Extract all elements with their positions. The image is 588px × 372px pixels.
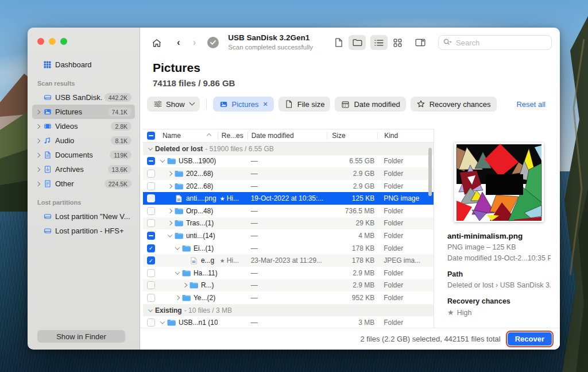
- table-row[interactable]: Ha...11)—2.9 MBFolder: [143, 267, 434, 279]
- checkbox-minus[interactable]: [147, 232, 155, 240]
- search-input[interactable]: [455, 38, 547, 48]
- chevron-right-icon[interactable]: [36, 139, 42, 143]
- sidebar-item-dashboard[interactable]: Dashboard: [32, 57, 135, 72]
- checkbox-none[interactable]: [147, 319, 155, 327]
- checkbox-none[interactable]: [147, 294, 155, 302]
- chevron-down-icon[interactable]: [159, 159, 167, 163]
- table-row[interactable]: 202...68)—2.9 GBFolder: [143, 167, 434, 180]
- sliders-icon: [153, 101, 163, 108]
- chevron-right-icon[interactable]: [36, 125, 42, 128]
- file-name: 202...68): [186, 182, 213, 190]
- sidebar-item-pictures[interactable]: Pictures74.1K: [32, 105, 135, 119]
- chevron-right-icon[interactable]: [36, 110, 42, 114]
- close-window-button[interactable]: [37, 38, 44, 45]
- group-row[interactable]: Deleted or lost- 51900 files / 6.55 GB: [143, 143, 434, 155]
- show-in-finder-button[interactable]: Show in Finder: [37, 330, 125, 343]
- chevron-right-icon[interactable]: [36, 168, 42, 171]
- column-date-modified[interactable]: Date modified: [252, 132, 294, 140]
- date-modified-cell: —: [247, 316, 327, 329]
- count-badge: 442.2K: [105, 93, 131, 102]
- sidebar-item-documents[interactable]: Documents119K: [32, 148, 135, 162]
- recovery-text: Hi...: [227, 194, 239, 202]
- recovery-cell: ★Hi...: [218, 192, 247, 205]
- column-size[interactable]: Size: [331, 132, 345, 140]
- kind-cell: Folder: [377, 229, 434, 242]
- chevron-down-icon[interactable]: [174, 271, 181, 275]
- sidebar-item-audio[interactable]: Audio8.1K: [32, 133, 135, 148]
- filter-bar: Show Pictures✕File sizeDate modifiedReco…: [147, 97, 560, 112]
- table-row[interactable]: ✓e...g★Hi...23-Mar-2023 at 11:29...178 K…: [143, 254, 434, 267]
- document-view-icon[interactable]: [330, 35, 347, 50]
- sidebar-item-lost-partition-new-v[interactable]: Lost partition "New V...: [32, 209, 135, 224]
- column-recovery[interactable]: Re...es: [222, 132, 243, 140]
- chevron-right-icon[interactable]: [181, 283, 189, 287]
- table-row[interactable]: USB...n1 (10)—3 MBFolder: [143, 316, 434, 329]
- table-row[interactable]: anti....png★Hi...19-Oct-2022 at 10:35:..…: [143, 192, 434, 205]
- chevron-down-icon[interactable]: [167, 234, 174, 237]
- panel-toggle-icon[interactable]: [412, 35, 429, 50]
- filter-chip-date-modified[interactable]: Date modified: [335, 97, 405, 112]
- name-cell: USB...1900): [159, 155, 218, 168]
- list-view-icon[interactable]: [370, 35, 388, 50]
- vertical-scrollbar[interactable]: [428, 148, 432, 196]
- folder-icon: [181, 245, 191, 252]
- chevron-right-icon[interactable]: [36, 154, 42, 157]
- checkbox-none[interactable]: [147, 219, 155, 227]
- chevron-right-icon[interactable]: [174, 296, 181, 300]
- table-row[interactable]: Ye...(2)—952 KBFolder: [143, 292, 434, 304]
- chevron-right-icon[interactable]: [167, 221, 174, 225]
- chevron-right-icon[interactable]: [36, 182, 42, 186]
- divider: [206, 98, 207, 110]
- checkbox-checked[interactable]: ✓: [147, 256, 155, 264]
- folder-view-icon[interactable]: [349, 35, 366, 50]
- sidebar-item-other[interactable]: Other224.5K: [32, 177, 135, 191]
- group-row[interactable]: Existing- 10 files / 3 MB: [143, 304, 434, 317]
- zoom-window-button[interactable]: [60, 38, 67, 45]
- home-icon[interactable]: [152, 38, 162, 48]
- table-row[interactable]: Orp...48)—736.5 MBFolder: [143, 205, 434, 217]
- column-kind[interactable]: Kind: [381, 132, 398, 140]
- chip-container: Pictures✕File sizeDate modifiedRecovery …: [213, 97, 497, 112]
- sidebar-item-archives[interactable]: Archives13.6K: [32, 162, 135, 177]
- minimize-window-button[interactable]: [49, 38, 56, 45]
- back-icon[interactable]: ‹: [177, 37, 180, 48]
- table-row[interactable]: ✓Ei...(1)—178 KBFolder: [143, 242, 434, 255]
- reset-all-link[interactable]: Reset all: [516, 100, 546, 109]
- checkbox-none[interactable]: [147, 170, 155, 178]
- table-row[interactable]: Tras...(1)—29 KBFolder: [143, 217, 434, 230]
- show-filter-button[interactable]: Show: [147, 97, 200, 112]
- sidebar-item-videos[interactable]: Videos2.8K: [32, 119, 135, 133]
- checkbox-none[interactable]: [147, 207, 155, 215]
- chevron-right-icon[interactable]: [167, 209, 174, 213]
- chevron-down-icon[interactable]: [146, 309, 154, 312]
- checkbox-minus[interactable]: [147, 157, 155, 165]
- sidebar-item-usb-sandisk[interactable]: USB SanDisk...442.2K: [32, 90, 135, 105]
- chevron-down-icon[interactable]: [146, 147, 154, 151]
- sidebar-item-lost-partition-hfs[interactable]: Lost partition - HFS+: [32, 224, 135, 238]
- checkbox-white[interactable]: [147, 194, 155, 202]
- forward-icon[interactable]: ›: [193, 37, 196, 48]
- filter-chip-file-size[interactable]: File size: [278, 97, 331, 112]
- checkbox-none[interactable]: [147, 182, 155, 190]
- checkbox-checked[interactable]: ✓: [147, 244, 155, 252]
- chevron-right-icon[interactable]: [167, 185, 174, 188]
- search-field[interactable]: [438, 35, 552, 50]
- column-name[interactable]: Name: [163, 132, 181, 140]
- close-icon[interactable]: ✕: [263, 101, 268, 108]
- checkbox-none[interactable]: [147, 269, 155, 277]
- table-row[interactable]: R...)—2.9 MBFolder: [143, 279, 434, 292]
- date-modified-cell: 23-Mar-2023 at 11:29...: [247, 254, 327, 267]
- chevron-right-icon[interactable]: [167, 172, 174, 175]
- select-all-checkbox[interactable]: [147, 132, 155, 140]
- chevron-down-icon[interactable]: [159, 321, 167, 324]
- table-row[interactable]: 202...68)—2.9 GBFolder: [143, 180, 434, 193]
- filter-chip-pictures[interactable]: Pictures✕: [213, 97, 274, 112]
- recover-button[interactable]: Recover: [508, 332, 552, 346]
- checkbox-none[interactable]: [147, 281, 155, 289]
- table-row[interactable]: unti...(14)—4 MBFolder: [143, 229, 434, 242]
- filter-chip-recovery-chances[interactable]: Recovery chances: [411, 97, 497, 112]
- drive-icon: [42, 94, 52, 101]
- grid-view-icon[interactable]: [389, 35, 406, 50]
- chevron-down-icon[interactable]: [174, 247, 181, 250]
- table-row[interactable]: USB...1900)—6.55 GBFolder: [143, 155, 434, 168]
